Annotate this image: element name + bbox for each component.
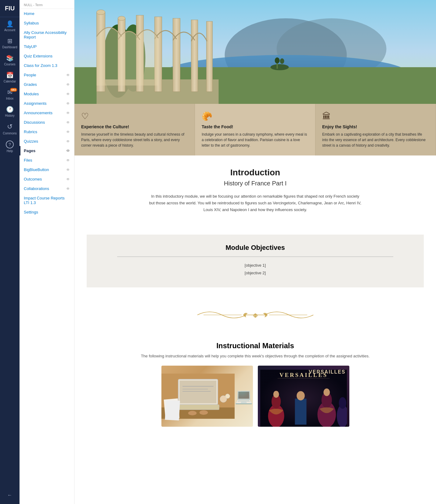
- sidebar-item-assignments[interactable]: Assignments 👁: [20, 99, 74, 108]
- sidebar-item-tidyup[interactable]: TidyUP: [20, 42, 74, 51]
- svg-rect-35: [165, 400, 180, 421]
- laptop-svg: [161, 372, 235, 421]
- svg-rect-45: [295, 399, 306, 425]
- svg-point-49: [323, 389, 330, 396]
- introduction-section: Introduction History of France Part I In…: [74, 155, 436, 225]
- main-content: ♡ Experience the Culture! Immerse yourse…: [74, 0, 436, 504]
- svg-point-11: [118, 16, 125, 20]
- icon-navigation: FIU 👤 Account ⊞ Dashboard 📚 Courses 📅 Ca…: [0, 0, 20, 504]
- calendar-icon: 📅: [6, 71, 14, 79]
- nav-account-label: Account: [4, 28, 15, 32]
- sidebar-item-bigbluebutton[interactable]: BigBlueButton 👁: [20, 165, 74, 174]
- intro-body: In this introductory module, we will be …: [149, 193, 362, 213]
- sidebar-item-pages[interactable]: Pages 👁: [20, 146, 74, 155]
- eye-icon: 👁: [66, 158, 70, 163]
- inbox-badge: 683: [10, 88, 17, 92]
- heart-icon: ♡: [81, 111, 188, 121]
- eye-icon: 👁: [66, 130, 70, 134]
- svg-point-19: [275, 57, 280, 64]
- dashboard-icon: ⊞: [7, 37, 13, 45]
- sidebar-item-home[interactable]: Home: [20, 9, 74, 18]
- sidebar-item-people[interactable]: People 👁: [20, 70, 74, 80]
- svg-point-17: [271, 64, 289, 70]
- eye-icon: 👁: [66, 73, 70, 77]
- nav-dashboard-label: Dashboard: [2, 46, 17, 49]
- term-label: NULL - Term: [20, 0, 74, 9]
- sidebar-item-announcements[interactable]: Announcements 👁: [20, 108, 74, 118]
- history-icon: 🕐: [6, 106, 14, 113]
- svg-point-9: [97, 10, 105, 15]
- nav-history[interactable]: 🕐 History: [0, 103, 20, 120]
- versailles-image: VERSAILLES VERSAILLES: [258, 366, 349, 427]
- eye-icon: 👁: [66, 92, 70, 96]
- instructional-heading: Instructional Materials: [93, 341, 418, 350]
- nav-dashboard[interactable]: ⊞ Dashboard: [0, 34, 20, 51]
- svg-point-20: [280, 58, 284, 64]
- culture-card: ♡ Experience the Culture! Immerse yourse…: [74, 104, 195, 155]
- eye-icon: 👁: [66, 187, 70, 191]
- nav-calendar-label: Calendar: [4, 80, 16, 83]
- sidebar-item-quizzes[interactable]: Quizzes 👁: [20, 137, 74, 146]
- sidebar-item-class-zoom[interactable]: Class for Zoom 1.3: [20, 61, 74, 70]
- nav-courses[interactable]: 📚 Courses: [0, 51, 20, 68]
- sidebar-item-impact-course[interactable]: Impact Course Reports LTI 1.3: [20, 193, 74, 207]
- svg-point-46: [297, 391, 305, 400]
- nav-commons[interactable]: ↺ Commons: [0, 120, 20, 137]
- instructional-materials-section: Instructional Materials The following in…: [74, 335, 436, 439]
- sidebar-item-settings[interactable]: Settings: [20, 207, 74, 217]
- svg-point-44: [273, 391, 279, 398]
- eye-icon: 👁: [66, 101, 70, 106]
- objectives-divider: [117, 257, 393, 257]
- sidebar-item-ally[interactable]: Ally Course Accessibility Report: [20, 28, 74, 42]
- nav-account[interactable]: 👤 Account: [0, 17, 20, 34]
- eye-icon: 👁: [66, 149, 70, 153]
- decorative-divider: [74, 297, 436, 335]
- svg-point-37: [199, 410, 208, 415]
- nav-collapse: ←: [0, 486, 20, 504]
- nav-help[interactable]: ? Help: [0, 137, 20, 155]
- sidebar-item-files[interactable]: Files 👁: [20, 155, 74, 165]
- sidebar-item-discussions[interactable]: Discussions 👁: [20, 118, 74, 127]
- objective-1: [objective 1]: [105, 263, 405, 268]
- sidebar-item-modules[interactable]: Modules 👁: [20, 89, 74, 99]
- nav-history-label: History: [5, 114, 14, 117]
- sights-card: 🏛 Enjoy the Sights! Embark on a captivat…: [315, 104, 436, 155]
- svg-rect-15: [191, 20, 198, 92]
- eye-icon: 👁: [66, 177, 70, 181]
- divider-svg: [194, 306, 316, 324]
- collapse-button[interactable]: ←: [0, 489, 20, 500]
- account-icon: 👤: [6, 20, 14, 27]
- nav-calendar[interactable]: 📅 Calendar: [0, 68, 20, 86]
- eye-icon: 👁: [66, 139, 70, 144]
- svg-rect-33: [177, 405, 219, 410]
- culture-card-text: Immerse yourself in the timeless beauty …: [81, 132, 188, 148]
- food-card: 🥐 Taste the Food! Indulge your senses in…: [195, 104, 315, 155]
- sidebar-item-collaborations[interactable]: Collaborations 👁: [20, 184, 74, 193]
- sidebar-item-quiz-extensions[interactable]: Quiz Extensions: [20, 51, 74, 61]
- sights-card-title: Enjoy the Sights!: [322, 124, 429, 129]
- cards-section: ♡ Experience the Culture! Immerse yourse…: [74, 104, 436, 155]
- commons-icon: ↺: [7, 123, 13, 131]
- sidebar-item-syllabus[interactable]: Syllabus: [20, 18, 74, 28]
- sidebar-item-outcomes[interactable]: Outcomes 👁: [20, 174, 74, 184]
- hero-scene: [74, 0, 436, 104]
- collapse-icon: ←: [7, 492, 12, 498]
- versailles-svg: VERSAILLES: [260, 368, 347, 427]
- nav-commons-label: Commons: [3, 132, 17, 135]
- eye-icon: 👁: [66, 111, 70, 115]
- eye-icon: 👁: [66, 168, 70, 172]
- food-card-title: Taste the Food!: [202, 124, 308, 129]
- module-objectives-heading: Module Objectives: [105, 244, 405, 252]
- sidebar-item-grades[interactable]: Grades 👁: [20, 80, 74, 89]
- nav-inbox[interactable]: ✉ 683 Inbox: [0, 86, 20, 103]
- svg-rect-29: [180, 381, 216, 404]
- sidebar-item-rubrics[interactable]: Rubrics 👁: [20, 127, 74, 137]
- instructional-images: VERSAILLES VERSAILLES: [93, 366, 418, 427]
- svg-rect-16: [207, 21, 213, 92]
- sights-card-text: Embark on a captivating exploration of a…: [322, 132, 429, 148]
- versailles-label: VERSAILLES: [309, 369, 345, 375]
- laptop-image: [161, 366, 253, 427]
- svg-point-51: [339, 397, 346, 409]
- culture-card-title: Experience the Culture!: [81, 124, 188, 129]
- nav-inbox-label: Inbox: [6, 97, 13, 100]
